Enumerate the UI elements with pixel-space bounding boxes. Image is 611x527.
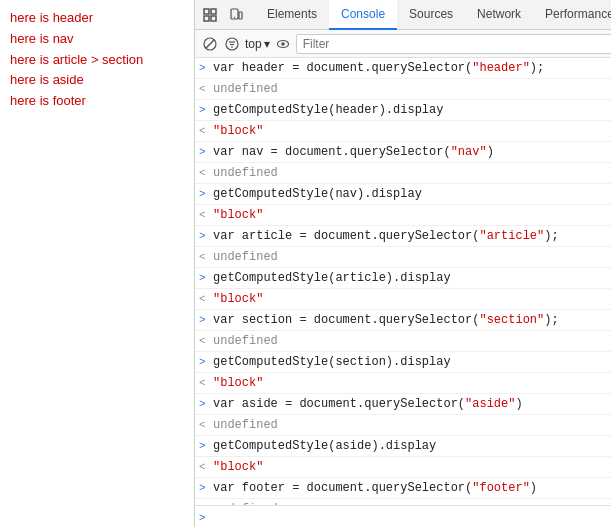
svg-point-6 [234,16,235,17]
console-row: <"block" [195,457,611,478]
console-input-arrow: > [199,185,213,203]
device-toggle-icon[interactable] [225,4,247,26]
devtools-panel: Elements Console Sources Network Perform… [195,0,611,527]
tab-network[interactable]: Network [465,0,533,30]
svg-rect-2 [211,9,216,14]
console-input-arrow: > [199,395,213,413]
console-row: <undefined [195,415,611,436]
filter-icon[interactable] [223,35,241,53]
console-text: getComputedStyle(aside).display [213,437,611,455]
preview-line: here is article > section [10,50,184,71]
eye-icon[interactable] [274,35,292,53]
console-row: <"block" [195,289,611,310]
inspect-icon[interactable] [199,4,221,26]
console-row: <undefined [195,331,611,352]
svg-point-14 [281,42,285,46]
console-text: "block" [213,458,611,476]
console-input-arrow: > [199,437,213,455]
console-text: "block" [213,374,611,392]
tab-sources[interactable]: Sources [397,0,465,30]
svg-rect-1 [204,16,209,21]
console-row: >var section = document.querySelector("s… [195,310,611,331]
console-row: >getComputedStyle(nav).display [195,184,611,205]
console-text: var nav = document.querySelector("nav") [213,143,611,161]
console-output-arrow: < [199,374,213,392]
console-text: undefined [213,248,611,266]
filter-input[interactable] [296,34,611,54]
console-text: undefined [213,416,611,434]
tab-elements[interactable]: Elements [255,0,329,30]
console-input-arrow: > [199,59,213,77]
preview-line: here is aside [10,70,184,91]
console-text: var article = document.querySelector("ar… [213,227,611,245]
console-output-arrow: < [199,122,213,140]
console-text: undefined [213,80,611,98]
console-output: >var header = document.querySelector("he… [195,58,611,505]
console-row: >getComputedStyle(aside).display [195,436,611,457]
console-row: <"block" [195,205,611,226]
svg-rect-5 [239,12,242,19]
preview-pane: here is headerhere is navhere is article… [0,0,195,527]
console-row: >var header = document.querySelector("he… [195,58,611,79]
console-output-arrow: < [199,248,213,266]
console-text: getComputedStyle(nav).display [213,185,611,203]
console-row: <undefined [195,79,611,100]
console-output-arrow: < [199,458,213,476]
tab-performance[interactable]: Performance [533,0,611,30]
console-row: >getComputedStyle(header).display [195,100,611,121]
console-text: "block" [213,206,611,224]
console-text: getComputedStyle(article).display [213,269,611,287]
tab-console[interactable]: Console [329,0,397,30]
console-input-row: > [195,505,611,527]
console-text: var aside = document.querySelector("asid… [213,395,611,413]
context-selector[interactable]: top ▾ [245,37,270,51]
context-dropdown-icon: ▾ [264,37,270,51]
console-row: >var article = document.querySelector("a… [195,226,611,247]
svg-rect-0 [204,9,209,14]
console-text: getComputedStyle(header).display [213,101,611,119]
console-output-arrow: < [199,164,213,182]
console-row: <"block" [195,121,611,142]
svg-rect-3 [211,16,216,21]
console-text: "block" [213,290,611,308]
console-text: undefined [213,164,611,182]
console-text: var section = document.querySelector("se… [213,311,611,329]
preview-line: here is header [10,8,184,29]
console-row: >getComputedStyle(article).display [195,268,611,289]
console-row: >var nav = document.querySelector("nav") [195,142,611,163]
console-output-arrow: < [199,80,213,98]
console-row: >getComputedStyle(section).display [195,352,611,373]
console-output-arrow: < [199,416,213,434]
console-toolbar: top ▾ [195,30,611,58]
svg-line-8 [206,40,214,48]
console-input-arrow: > [199,353,213,371]
console-row: >var footer = document.querySelector("fo… [195,478,611,499]
preview-line: here is nav [10,29,184,50]
console-input-arrow: > [199,227,213,245]
tab-bar: Elements Console Sources Network Perform… [195,0,611,30]
clear-console-icon[interactable] [201,35,219,53]
console-output-arrow: < [199,206,213,224]
context-value: top [245,37,262,51]
console-input[interactable] [213,510,611,524]
console-prompt-arrow: > [199,511,213,523]
console-text: undefined [213,332,611,350]
console-row: <undefined [195,163,611,184]
console-text: getComputedStyle(section).display [213,353,611,371]
console-input-arrow: > [199,479,213,497]
console-input-arrow: > [199,143,213,161]
console-input-arrow: > [199,311,213,329]
console-output-arrow: < [199,332,213,350]
console-text: var header = document.querySelector("hea… [213,59,611,77]
console-text: "block" [213,122,611,140]
console-input-arrow: > [199,269,213,287]
console-text: var footer = document.querySelector("foo… [213,479,611,497]
preview-line: here is footer [10,91,184,112]
console-row: <"block" [195,373,611,394]
console-row: >var aside = document.querySelector("asi… [195,394,611,415]
tab-bar-icons [199,4,247,26]
console-input-arrow: > [199,101,213,119]
console-output-arrow: < [199,290,213,308]
console-row: <undefined [195,247,611,268]
